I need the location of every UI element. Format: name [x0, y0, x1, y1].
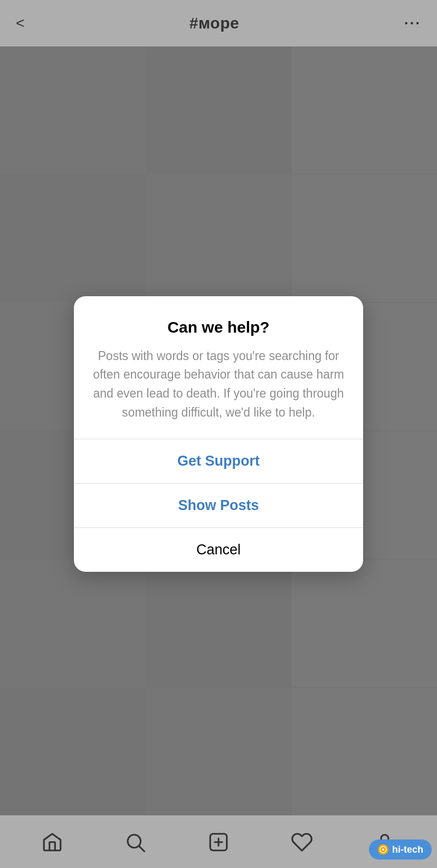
show-posts-button[interactable]: Show Posts: [74, 484, 363, 527]
dialog-content: Can we help? Posts with words or tags yo…: [74, 296, 363, 439]
svg-point-8: [382, 848, 384, 851]
cancel-button[interactable]: Cancel: [74, 528, 363, 572]
hitech-badge: hi-tech: [369, 839, 432, 860]
hitech-label: hi-tech: [392, 844, 423, 855]
dialog-body: Posts with words or tags you're searchin…: [93, 347, 344, 422]
dialog-overlay: Can we help? Posts with words or tags yo…: [0, 0, 437, 868]
dialog-title: Can we help?: [93, 318, 344, 336]
hitech-logo-icon: [377, 844, 389, 855]
get-support-button[interactable]: Get Support: [74, 439, 363, 483]
help-dialog: Can we help? Posts with words or tags yo…: [74, 296, 363, 572]
